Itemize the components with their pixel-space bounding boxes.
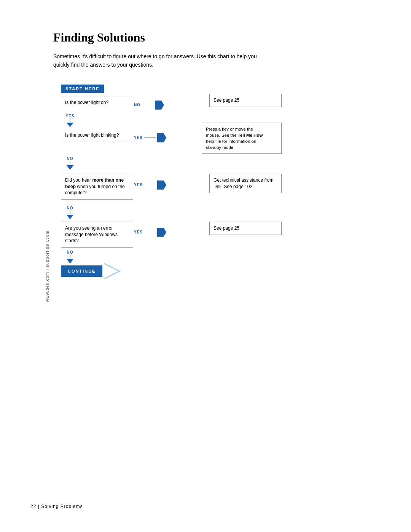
flowchart: START HERE Is the power light on? NO See…	[61, 85, 282, 283]
yes-label-1: YES	[65, 114, 74, 118]
answer-text-4: See page 25.	[213, 225, 241, 231]
question-box-3: Did you hear more than one beep when you…	[61, 174, 133, 200]
side-watermark: www.dell.com | support.dell.com	[45, 230, 49, 302]
row2-connector: YES	[134, 133, 166, 142]
main-content: Finding Solutions Sometimes it's difficu…	[30, 0, 411, 313]
answer-text-2b-prefix: mouse. See the	[206, 133, 238, 137]
question-text-3-prefix: Did you hear	[65, 177, 92, 183]
no-label-4: NO	[67, 251, 73, 254]
row1-arrow-btn	[155, 101, 164, 110]
question-text-2: Is the power light blinking?	[65, 133, 119, 138]
chevron-down-3	[67, 215, 73, 219]
question-box-4: Are you seeing an error message before W…	[61, 222, 133, 248]
start-here-label: START HERE	[61, 85, 104, 93]
no-label-2: NO	[67, 157, 73, 161]
row4-connector: YES	[134, 228, 166, 237]
chevron-down-2	[67, 165, 73, 170]
row4-yes-label: YES	[134, 230, 143, 234]
answer-text-3b: Dell. See page 102.	[213, 184, 253, 189]
row2-yes-label: YES	[134, 136, 143, 140]
question-text-4: Are you seeing an error message before W…	[65, 225, 118, 244]
row2-arrow-btn	[157, 133, 166, 142]
continue-arrow-icon	[102, 263, 121, 280]
row1-no-label: NO	[134, 103, 140, 107]
answer-text-2c: help file for information on	[206, 139, 256, 144]
row4-arrow-btn	[157, 228, 166, 237]
row3-arrow-btn	[157, 181, 166, 190]
chevron-down-1	[67, 123, 73, 127]
intro-paragraph: Sometimes it's difficult to figure out w…	[53, 52, 274, 69]
row1-connector: NO	[134, 101, 164, 110]
answer-text-1: See page 25.	[213, 97, 241, 103]
answer-text-3a: Get technical assistance from	[213, 177, 273, 183]
answer-text-2d: standby mode.	[206, 145, 234, 150]
answer-text-2b-bold: Tell Me How	[238, 133, 263, 137]
page-title: Finding Solutions	[53, 30, 381, 45]
no-down-2: NO	[65, 157, 75, 170]
yes-down-1: YES	[65, 114, 75, 127]
no-label-3: NO	[67, 206, 73, 210]
row3-yes-label: YES	[134, 183, 143, 187]
answer-text-2a: Press a key or move the	[206, 127, 253, 131]
continue-section[interactable]: CONTINUE	[61, 263, 121, 280]
question-text-1: Is the power light on?	[65, 100, 108, 105]
continue-button[interactable]: CONTINUE	[61, 265, 102, 277]
question-box-2: Is the power light blinking?	[61, 129, 133, 142]
no-down-3: NO	[65, 206, 75, 219]
page-footer: 22 | Solving Problems	[30, 504, 83, 509]
no-down-4: NO	[65, 251, 75, 264]
question-box-1: Is the power light on?	[61, 96, 133, 109]
row3-connector: YES	[134, 181, 166, 190]
